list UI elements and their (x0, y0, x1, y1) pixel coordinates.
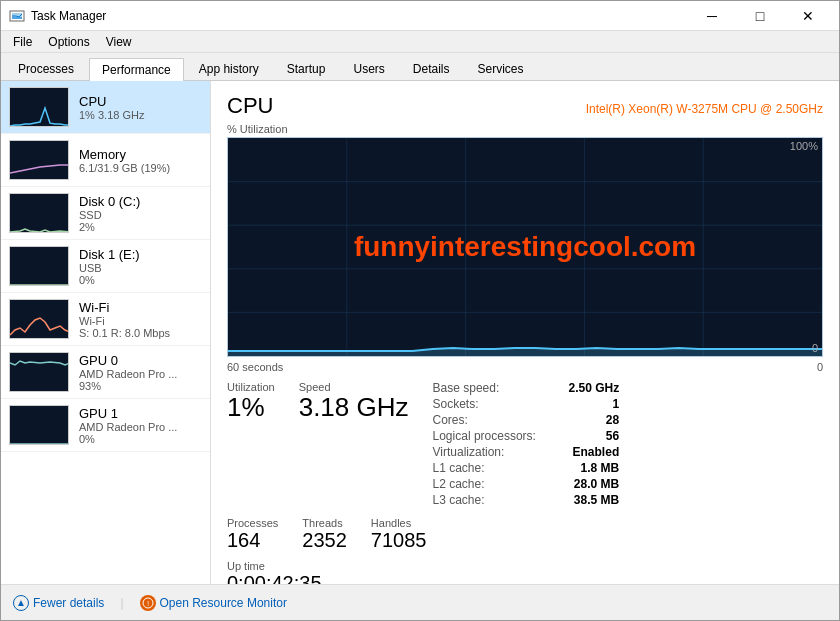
memory-title: Memory (79, 147, 202, 162)
gpu0-model: AMD Radeon Pro ... (79, 368, 202, 380)
speed-value: 3.18 GHz (299, 393, 409, 422)
cores-item: Cores: 28 (433, 413, 620, 427)
resource-monitor-icon: ! (140, 595, 156, 611)
tab-performance[interactable]: Performance (89, 58, 184, 81)
uptime-stat: Up time 0:00:42:35 (227, 560, 823, 584)
cpu-info: CPU 1% 3.18 GHz (79, 94, 202, 121)
maximize-button[interactable]: □ (737, 1, 783, 31)
gpu1-info: GPU 1 AMD Radeon Pro ... 0% (79, 406, 202, 445)
logical-item: Logical processors: 56 (433, 429, 620, 443)
sidebar: CPU 1% 3.18 GHz Memory 6.1/31.9 GB (19%) (1, 81, 211, 584)
content-area: CPU 1% 3.18 GHz Memory 6.1/31.9 GB (19%) (1, 81, 839, 584)
disk0-usage: 2% (79, 221, 202, 233)
bottom-separator: | (120, 596, 123, 610)
menu-bar: File Options View (1, 31, 839, 53)
svg-text:!: ! (146, 599, 148, 608)
wifi-type: Wi-Fi (79, 315, 202, 327)
l2-item: L2 cache: 28.0 MB (433, 477, 620, 491)
sidebar-item-gpu1[interactable]: GPU 1 AMD Radeon Pro ... 0% (1, 399, 210, 452)
l1-item: L1 cache: 1.8 MB (433, 461, 620, 475)
threads-label: Threads (302, 517, 347, 529)
l3-item: L3 cache: 38.5 MB (433, 493, 620, 507)
close-button[interactable]: ✕ (785, 1, 831, 31)
window-title: Task Manager (31, 9, 689, 23)
graph-container: % Utilization 100% 0 funnyinterestingcoo… (227, 123, 823, 373)
cpu-model-label: Intel(R) Xeon(R) W-3275M CPU @ 2.50GHz (586, 102, 823, 116)
bottom-bar: ▲ Fewer details | ! Open Resource Monito… (1, 584, 839, 620)
memory-thumbnail (9, 140, 69, 180)
fewer-details-button[interactable]: ▲ Fewer details (13, 595, 104, 611)
sidebar-item-wifi[interactable]: Wi-Fi Wi-Fi S: 0.1 R: 8.0 Mbps (1, 293, 210, 346)
sockets-key: Sockets: (433, 397, 553, 411)
logical-val: 56 (606, 429, 619, 443)
sidebar-item-disk1[interactable]: Disk 1 (E:) USB 0% (1, 240, 210, 293)
sidebar-item-cpu[interactable]: CPU 1% 3.18 GHz (1, 81, 210, 134)
disk0-info: Disk 0 (C:) SSD 2% (79, 194, 202, 233)
details-row: Base speed: 2.50 GHz Sockets: 1 Cores: 2… (433, 381, 823, 509)
base-speed-item: Base speed: 2.50 GHz (433, 381, 620, 395)
open-resource-monitor-button[interactable]: ! Open Resource Monitor (140, 595, 287, 611)
window-controls: ─ □ ✕ (689, 1, 831, 31)
utilization-value: 1% (227, 393, 275, 422)
tab-users[interactable]: Users (340, 57, 397, 80)
tab-services[interactable]: Services (465, 57, 537, 80)
threads-value: 2352 (302, 529, 347, 552)
l2-val: 28.0 MB (574, 477, 619, 491)
disk1-thumbnail (9, 246, 69, 286)
l3-val: 38.5 MB (574, 493, 619, 507)
wifi-speed: S: 0.1 R: 8.0 Mbps (79, 327, 202, 339)
cpu-usage: 1% 3.18 GHz (79, 109, 202, 121)
handles-label: Handles (371, 517, 427, 529)
panel-title: CPU (227, 93, 273, 119)
utilization-stat: Utilization 1% (227, 381, 275, 509)
title-bar: Task Manager ─ □ ✕ (1, 1, 839, 31)
virt-val: Enabled (573, 445, 620, 459)
cores-val: 28 (606, 413, 619, 427)
tab-processes[interactable]: Processes (5, 57, 87, 80)
menu-file[interactable]: File (5, 33, 40, 51)
minimize-button[interactable]: ─ (689, 1, 735, 31)
procs-row: Processes 164 Threads 2352 Handles 71085 (227, 517, 823, 552)
chevron-up-icon: ▲ (13, 595, 29, 611)
disk0-type: SSD (79, 209, 202, 221)
main-header: CPU Intel(R) Xeon(R) W-3275M CPU @ 2.50G… (227, 93, 823, 119)
tab-bar: Processes Performance App history Startu… (1, 53, 839, 81)
virt-item: Virtualization: Enabled (433, 445, 620, 459)
disk1-type: USB (79, 262, 202, 274)
menu-options[interactable]: Options (40, 33, 97, 51)
gpu0-thumbnail (9, 352, 69, 392)
sidebar-item-gpu0[interactable]: GPU 0 AMD Radeon Pro ... 93% (1, 346, 210, 399)
graph-y-title: % Utilization (227, 123, 823, 135)
disk1-usage: 0% (79, 274, 202, 286)
uptime-value: 0:00:42:35 (227, 572, 823, 584)
tab-details[interactable]: Details (400, 57, 463, 80)
gpu1-usage: 0% (79, 433, 202, 445)
graph-time-end: 0 (817, 361, 823, 373)
processes-value: 164 (227, 529, 278, 552)
gpu1-title: GPU 1 (79, 406, 202, 421)
gpu1-thumbnail (9, 405, 69, 445)
sidebar-item-memory[interactable]: Memory 6.1/31.9 GB (19%) (1, 134, 210, 187)
disk1-info: Disk 1 (E:) USB 0% (79, 247, 202, 286)
gpu1-model: AMD Radeon Pro ... (79, 421, 202, 433)
cores-key: Cores: (433, 413, 553, 427)
gpu0-usage: 93% (79, 380, 202, 392)
base-speed-val: 2.50 GHz (569, 381, 620, 395)
memory-info: Memory 6.1/31.9 GB (19%) (79, 147, 202, 174)
svg-marker-14 (228, 348, 822, 356)
stats-row: Utilization 1% Speed 3.18 GHz Base speed… (227, 381, 823, 509)
handles-stat: Handles 71085 (371, 517, 427, 552)
threads-stat: Threads 2352 (302, 517, 347, 552)
wifi-title: Wi-Fi (79, 300, 202, 315)
l1-val: 1.8 MB (581, 461, 620, 475)
tab-startup[interactable]: Startup (274, 57, 339, 80)
sidebar-item-disk0[interactable]: Disk 0 (C:) SSD 2% (1, 187, 210, 240)
disk0-title: Disk 0 (C:) (79, 194, 202, 209)
l1-key: L1 cache: (433, 461, 553, 475)
processes-label: Processes (227, 517, 278, 529)
cpu-thumbnail (9, 87, 69, 127)
tab-app-history[interactable]: App history (186, 57, 272, 80)
graph-time-label: 60 seconds (227, 361, 283, 373)
details-col-left: Base speed: 2.50 GHz Sockets: 1 Cores: 2… (433, 381, 620, 509)
menu-view[interactable]: View (98, 33, 140, 51)
